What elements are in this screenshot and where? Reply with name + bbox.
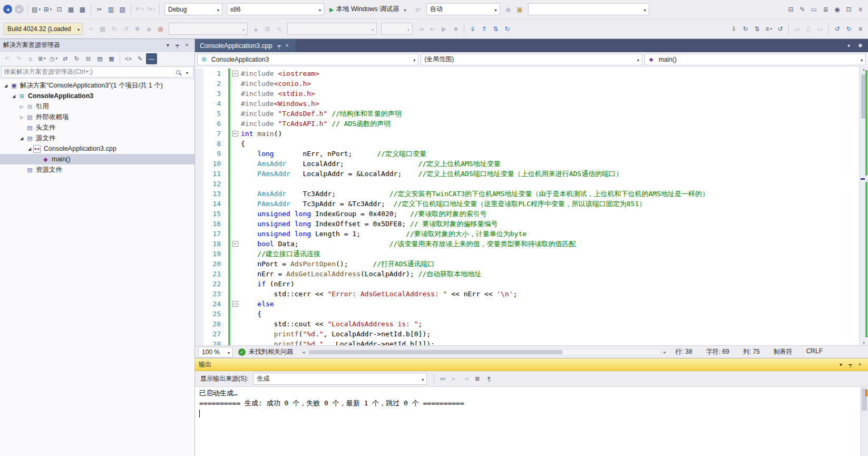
attach-process-icon[interactable]: ⇄ [413, 4, 424, 15]
activate-configuration-icon[interactable]: ⇩ [728, 23, 739, 34]
document-health-indicator[interactable]: 未找到相关问题 [238, 347, 293, 356]
code-line[interactable]: 3#include <stdio.h> [195, 89, 859, 99]
io-mapping-icon[interactable]: ≣ [820, 4, 831, 15]
start-debugging-button[interactable]: 本地 Windows 调试器 [327, 3, 412, 16]
add-new-item-icon[interactable]: ⊞ [42, 4, 53, 15]
solution-platforms-dropdown[interactable]: x86 [227, 3, 324, 15]
method-icon[interactable]: ◆ [647, 55, 656, 64]
search-icon[interactable] [176, 70, 180, 74]
environment-icon[interactable]: ▣ [514, 4, 525, 15]
monitor-c-icon[interactable]: ▭ [815, 23, 826, 34]
upload-icon[interactable]: ⇑ [479, 23, 490, 34]
save-all-icon[interactable]: ▩ [77, 4, 88, 15]
code-line[interactable]: 6#include "TcAdsAPI.h" // ADS函数的声明 [195, 119, 859, 129]
restart-system-icon[interactable]: ↻ [740, 23, 751, 34]
show-all-files-icon[interactable]: ▤ [94, 53, 105, 64]
toggle-run-stop-icon[interactable]: ⇅ [752, 23, 763, 34]
fold-toggle-icon[interactable]: − [232, 241, 238, 247]
expander-icon[interactable]: ▷ [18, 104, 25, 109]
sync-with-active-document-icon[interactable]: ⇄ [60, 53, 71, 64]
new-project-icon[interactable]: ▤ [31, 4, 42, 15]
fold-toggle-icon[interactable]: − [232, 301, 238, 307]
refresh-devices-icon[interactable]: ↺ [775, 23, 786, 34]
editor-vertical-scrollbar[interactable] [859, 67, 868, 345]
tree-item-source-files[interactable]: ◢▤源文件 [0, 133, 194, 143]
download-icon[interactable]: ⇓ [467, 23, 478, 34]
scope-dropdown[interactable]: (全局范围) [421, 54, 642, 65]
tree-item-cpp-file[interactable]: ◢++ConsoleApplication3.cpp [0, 143, 194, 154]
expander-icon[interactable]: ◢ [26, 147, 33, 151]
code-lines[interactable]: 1−#include <iostream>2#include<conio.h>3… [195, 67, 859, 345]
code-line[interactable]: 10 AmsAddr LocalAddr; //定义上位机AMS地址变量 [195, 159, 859, 169]
toolbar-overflow-icon[interactable]: ≡ [855, 4, 866, 15]
undo-icon[interactable]: ↶ [134, 4, 145, 15]
output-panel-header[interactable]: 输出 ▾┯× [195, 358, 868, 371]
scroll-left-icon[interactable] [300, 350, 307, 355]
project-icon[interactable]: ⊞ [200, 55, 208, 64]
code-line[interactable]: 26 std::cout << "LocalAdsAddress is: "; [195, 319, 859, 329]
plc-login-icon[interactable]: ⇥ [415, 23, 426, 34]
tc-free-run-icon[interactable]: ◈ [143, 23, 154, 34]
code-editor[interactable]: 1−#include <iostream>2#include<conio.h>3… [195, 67, 868, 345]
explorer-back-icon[interactable]: ↶ [2, 53, 13, 64]
target-browser-icon[interactable]: ⊟ [785, 4, 796, 15]
code-line[interactable]: 13 AmsAddr Tc3Addr; //定义安装有TwinCAT3的下位机A… [195, 189, 859, 199]
code-line[interactable]: 18− bool Data; //该变量用来存放读上来的值，变量类型要和待读取的… [195, 239, 859, 249]
solution-configurations-dropdown[interactable]: Debug [164, 3, 222, 15]
tc-analytics-icon[interactable]: ∿ [274, 23, 285, 34]
nav-undo-icon[interactable]: ↺ [832, 23, 843, 34]
monitor-a-icon[interactable]: ▭ [792, 23, 803, 34]
navigate-forward-icon[interactable]: ► [15, 5, 24, 14]
code-line[interactable]: 21 nErr = AdsGetLocalAddress(LocalpAddr)… [195, 269, 859, 279]
expander-icon[interactable]: ▷ [18, 115, 25, 120]
find-message-icon[interactable]: ▭ [437, 373, 448, 384]
output-source-dropdown[interactable]: 生成 [253, 373, 427, 385]
pin-icon[interactable]: ┯ [846, 360, 855, 369]
navigate-back-icon[interactable]: ◄ [3, 5, 12, 14]
output-vertical-scrollbar[interactable] [860, 387, 868, 456]
configuration-wrench-icon[interactable]: ✎ [797, 4, 808, 15]
tc-restart-icon[interactable]: ↻ [109, 23, 120, 34]
horizontal-scrollbar[interactable] [300, 349, 668, 355]
pending-changes-filter-icon[interactable]: ◷ [48, 53, 59, 64]
code-line[interactable]: 27 printf("%d.", LocalpAddr->netId.b[0])… [195, 329, 859, 339]
code-line[interactable]: 7−int main() [195, 129, 859, 139]
member-dropdown[interactable]: ◆ main() [645, 54, 866, 65]
expander-icon[interactable]: ◢ [10, 94, 17, 99]
output-body[interactable]: 已启动生成…========== 生成: 成功 0 个，失败 0 个，最新 1 … [195, 386, 868, 456]
code-line[interactable]: 16 unsigned long IndexOffset = 0x5DFE8; … [195, 219, 859, 229]
monitor-b-icon[interactable]: ▯ [803, 23, 814, 34]
tree-item-external-deps[interactable]: ▷▧外部依赖项 [0, 112, 194, 122]
tree-item-header-files[interactable]: ▤头文件 [0, 122, 194, 133]
twincat-project-dropdown[interactable] [287, 23, 377, 35]
switch-views-icon[interactable]: ⊞ [36, 53, 47, 64]
twincat-version-dropdown[interactable]: Build 4024.32 (Loaded [4, 23, 83, 35]
code-line[interactable]: 15 unsigned long IndexGroup = 0x4020; //… [195, 209, 859, 219]
plc-logout-icon[interactable]: ⇤ [427, 23, 438, 34]
code-line[interactable]: 23 std::cerr << "Error: AdsGetLocalAddre… [195, 289, 859, 299]
properties-wrench-icon[interactable]: ✎ [134, 53, 145, 64]
clear-all-icon[interactable]: ⊠ [472, 373, 483, 384]
code-line[interactable]: 28 printf("%d." , LocalpAddr->netId.b[1]… [195, 339, 859, 345]
code-line[interactable]: 2#include<conio.h> [195, 79, 859, 89]
list-options-icon[interactable]: ≡ [855, 23, 866, 34]
solution-explorer-header[interactable]: 解决方案资源管理器 ▾┯× [0, 39, 194, 52]
cut-icon[interactable]: ✂ [94, 4, 105, 15]
screen-capture-icon[interactable]: ⊡ [843, 4, 854, 15]
code-line[interactable]: 25 { [195, 309, 859, 319]
tc-reload-icon[interactable]: ↺ [120, 23, 131, 34]
debugger-watch-dropdown[interactable]: 自动 [426, 3, 500, 15]
code-line[interactable]: 12 [195, 179, 859, 189]
code-line[interactable]: 20 nPort = AdsPortOpen(); //打开ADS通讯端口 [195, 259, 859, 269]
save-icon[interactable]: ▦ [65, 4, 76, 15]
watch-refresh-icon[interactable]: ↻ [502, 23, 513, 34]
copy-icon[interactable]: ▥ [105, 4, 116, 15]
project-dropdown[interactable]: ⊞ ConsoleApplication3 [197, 54, 418, 65]
code-line[interactable]: 9 long nErr, nPort; //定义端口变量 [195, 149, 859, 159]
code-line[interactable]: 24− else [195, 299, 859, 309]
word-wrap-icon[interactable]: ¶ [483, 373, 494, 384]
editor-options-icon[interactable]: ✱ [855, 40, 866, 51]
tree-item-solution[interactable]: ◢▣解决方案“ConsoleApplication3”(1 个项目/共 1 个) [0, 80, 194, 91]
tc-scan-icon[interactable]: ✱ [132, 23, 143, 34]
add-account-icon[interactable]: ◉ [832, 4, 843, 15]
